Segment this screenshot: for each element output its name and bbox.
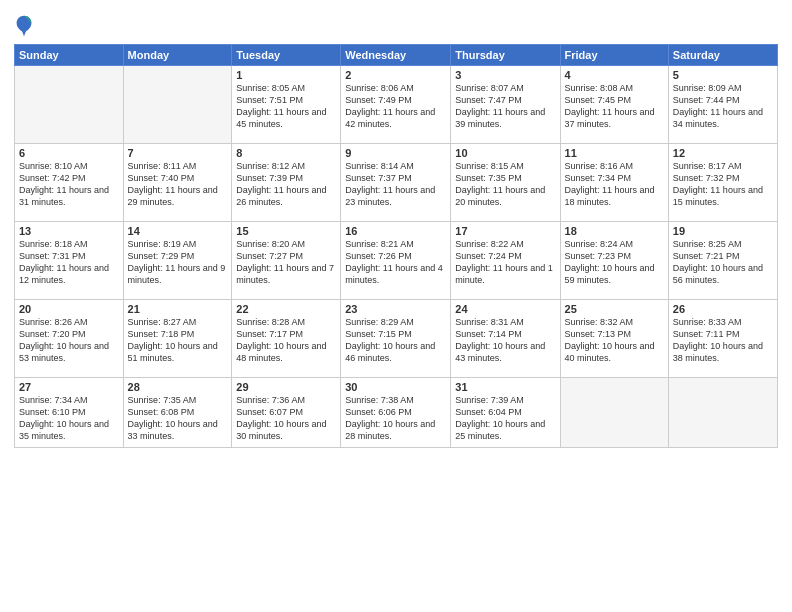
weekday-header-row: SundayMondayTuesdayWednesdayThursdayFrid…: [15, 45, 778, 66]
calendar-cell: 21Sunrise: 8:27 AM Sunset: 7:18 PM Dayli…: [123, 300, 232, 378]
calendar-cell: 15Sunrise: 8:20 AM Sunset: 7:27 PM Dayli…: [232, 222, 341, 300]
calendar-cell: 1Sunrise: 8:05 AM Sunset: 7:51 PM Daylig…: [232, 66, 341, 144]
day-info: Sunrise: 8:28 AM Sunset: 7:17 PM Dayligh…: [236, 316, 336, 365]
day-number: 15: [236, 225, 336, 237]
day-number: 20: [19, 303, 119, 315]
calendar-cell: 12Sunrise: 8:17 AM Sunset: 7:32 PM Dayli…: [668, 144, 777, 222]
day-number: 17: [455, 225, 555, 237]
day-number: 8: [236, 147, 336, 159]
day-info: Sunrise: 8:18 AM Sunset: 7:31 PM Dayligh…: [19, 238, 119, 287]
day-number: 28: [128, 381, 228, 393]
day-info: Sunrise: 8:17 AM Sunset: 7:32 PM Dayligh…: [673, 160, 773, 209]
day-info: Sunrise: 8:08 AM Sunset: 7:45 PM Dayligh…: [565, 82, 664, 131]
day-info: Sunrise: 7:38 AM Sunset: 6:06 PM Dayligh…: [345, 394, 446, 443]
day-info: Sunrise: 8:33 AM Sunset: 7:11 PM Dayligh…: [673, 316, 773, 365]
day-info: Sunrise: 8:32 AM Sunset: 7:13 PM Dayligh…: [565, 316, 664, 365]
weekday-header-saturday: Saturday: [668, 45, 777, 66]
weekday-header-sunday: Sunday: [15, 45, 124, 66]
day-number: 26: [673, 303, 773, 315]
calendar-cell: 24Sunrise: 8:31 AM Sunset: 7:14 PM Dayli…: [451, 300, 560, 378]
day-number: 19: [673, 225, 773, 237]
day-number: 29: [236, 381, 336, 393]
day-info: Sunrise: 8:27 AM Sunset: 7:18 PM Dayligh…: [128, 316, 228, 365]
day-info: Sunrise: 8:21 AM Sunset: 7:26 PM Dayligh…: [345, 238, 446, 287]
day-info: Sunrise: 8:31 AM Sunset: 7:14 PM Dayligh…: [455, 316, 555, 365]
calendar-table: SundayMondayTuesdayWednesdayThursdayFrid…: [14, 44, 778, 448]
day-info: Sunrise: 8:25 AM Sunset: 7:21 PM Dayligh…: [673, 238, 773, 287]
week-row-4: 20Sunrise: 8:26 AM Sunset: 7:20 PM Dayli…: [15, 300, 778, 378]
day-number: 27: [19, 381, 119, 393]
calendar-cell: 31Sunrise: 7:39 AM Sunset: 6:04 PM Dayli…: [451, 378, 560, 448]
weekday-header-friday: Friday: [560, 45, 668, 66]
day-number: 14: [128, 225, 228, 237]
calendar-cell: [560, 378, 668, 448]
day-number: 6: [19, 147, 119, 159]
calendar-cell: 13Sunrise: 8:18 AM Sunset: 7:31 PM Dayli…: [15, 222, 124, 300]
weekday-header-wednesday: Wednesday: [341, 45, 451, 66]
calendar-cell: 25Sunrise: 8:32 AM Sunset: 7:13 PM Dayli…: [560, 300, 668, 378]
day-info: Sunrise: 8:29 AM Sunset: 7:15 PM Dayligh…: [345, 316, 446, 365]
day-number: 13: [19, 225, 119, 237]
day-number: 25: [565, 303, 664, 315]
day-info: Sunrise: 7:34 AM Sunset: 6:10 PM Dayligh…: [19, 394, 119, 443]
week-row-5: 27Sunrise: 7:34 AM Sunset: 6:10 PM Dayli…: [15, 378, 778, 448]
day-number: 10: [455, 147, 555, 159]
day-info: Sunrise: 8:14 AM Sunset: 7:37 PM Dayligh…: [345, 160, 446, 209]
day-number: 2: [345, 69, 446, 81]
day-info: Sunrise: 8:22 AM Sunset: 7:24 PM Dayligh…: [455, 238, 555, 287]
day-info: Sunrise: 8:24 AM Sunset: 7:23 PM Dayligh…: [565, 238, 664, 287]
day-number: 9: [345, 147, 446, 159]
calendar-cell: 16Sunrise: 8:21 AM Sunset: 7:26 PM Dayli…: [341, 222, 451, 300]
calendar-cell: 29Sunrise: 7:36 AM Sunset: 6:07 PM Dayli…: [232, 378, 341, 448]
day-info: Sunrise: 7:36 AM Sunset: 6:07 PM Dayligh…: [236, 394, 336, 443]
day-info: Sunrise: 8:06 AM Sunset: 7:49 PM Dayligh…: [345, 82, 446, 131]
day-number: 4: [565, 69, 664, 81]
calendar-cell: 11Sunrise: 8:16 AM Sunset: 7:34 PM Dayli…: [560, 144, 668, 222]
calendar-cell: 8Sunrise: 8:12 AM Sunset: 7:39 PM Daylig…: [232, 144, 341, 222]
day-number: 11: [565, 147, 664, 159]
day-number: 16: [345, 225, 446, 237]
day-info: Sunrise: 8:09 AM Sunset: 7:44 PM Dayligh…: [673, 82, 773, 131]
calendar-cell: 30Sunrise: 7:38 AM Sunset: 6:06 PM Dayli…: [341, 378, 451, 448]
calendar-cell: 27Sunrise: 7:34 AM Sunset: 6:10 PM Dayli…: [15, 378, 124, 448]
calendar-cell: 7Sunrise: 8:11 AM Sunset: 7:40 PM Daylig…: [123, 144, 232, 222]
logo-icon: [14, 14, 34, 38]
calendar-cell: 4Sunrise: 8:08 AM Sunset: 7:45 PM Daylig…: [560, 66, 668, 144]
day-number: 23: [345, 303, 446, 315]
day-info: Sunrise: 7:39 AM Sunset: 6:04 PM Dayligh…: [455, 394, 555, 443]
day-info: Sunrise: 8:12 AM Sunset: 7:39 PM Dayligh…: [236, 160, 336, 209]
calendar-cell: [668, 378, 777, 448]
day-info: Sunrise: 8:11 AM Sunset: 7:40 PM Dayligh…: [128, 160, 228, 209]
day-number: 3: [455, 69, 555, 81]
weekday-header-monday: Monday: [123, 45, 232, 66]
day-info: Sunrise: 8:16 AM Sunset: 7:34 PM Dayligh…: [565, 160, 664, 209]
calendar-cell: 26Sunrise: 8:33 AM Sunset: 7:11 PM Dayli…: [668, 300, 777, 378]
calendar-cell: 10Sunrise: 8:15 AM Sunset: 7:35 PM Dayli…: [451, 144, 560, 222]
calendar-cell: 17Sunrise: 8:22 AM Sunset: 7:24 PM Dayli…: [451, 222, 560, 300]
day-number: 1: [236, 69, 336, 81]
day-number: 21: [128, 303, 228, 315]
calendar-cell: 14Sunrise: 8:19 AM Sunset: 7:29 PM Dayli…: [123, 222, 232, 300]
day-info: Sunrise: 8:07 AM Sunset: 7:47 PM Dayligh…: [455, 82, 555, 131]
day-number: 12: [673, 147, 773, 159]
weekday-header-tuesday: Tuesday: [232, 45, 341, 66]
logo: [14, 14, 38, 38]
day-number: 30: [345, 381, 446, 393]
calendar-cell: [123, 66, 232, 144]
day-number: 31: [455, 381, 555, 393]
calendar-cell: 3Sunrise: 8:07 AM Sunset: 7:47 PM Daylig…: [451, 66, 560, 144]
week-row-3: 13Sunrise: 8:18 AM Sunset: 7:31 PM Dayli…: [15, 222, 778, 300]
day-number: 7: [128, 147, 228, 159]
calendar-cell: 2Sunrise: 8:06 AM Sunset: 7:49 PM Daylig…: [341, 66, 451, 144]
page: SundayMondayTuesdayWednesdayThursdayFrid…: [0, 0, 792, 612]
calendar-cell: 19Sunrise: 8:25 AM Sunset: 7:21 PM Dayli…: [668, 222, 777, 300]
day-number: 24: [455, 303, 555, 315]
calendar-cell: 9Sunrise: 8:14 AM Sunset: 7:37 PM Daylig…: [341, 144, 451, 222]
calendar-cell: 6Sunrise: 8:10 AM Sunset: 7:42 PM Daylig…: [15, 144, 124, 222]
weekday-header-thursday: Thursday: [451, 45, 560, 66]
day-info: Sunrise: 7:35 AM Sunset: 6:08 PM Dayligh…: [128, 394, 228, 443]
calendar-cell: 23Sunrise: 8:29 AM Sunset: 7:15 PM Dayli…: [341, 300, 451, 378]
header: [14, 10, 778, 38]
calendar-cell: 5Sunrise: 8:09 AM Sunset: 7:44 PM Daylig…: [668, 66, 777, 144]
day-info: Sunrise: 8:20 AM Sunset: 7:27 PM Dayligh…: [236, 238, 336, 287]
